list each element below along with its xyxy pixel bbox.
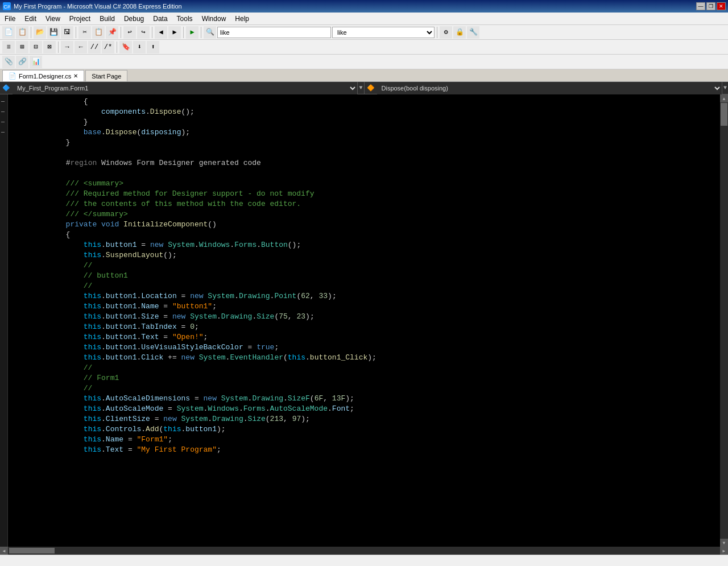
toolbar-separator3 [121, 27, 121, 38]
search-input[interactable] [217, 27, 331, 38]
menu-data[interactable]: Data [148, 13, 172, 24]
collapse-mark[interactable]: — [1, 127, 6, 138]
find-button[interactable]: 🔍 [204, 26, 216, 39]
collapse-mark: — [1, 97, 6, 107]
format-btn2[interactable]: ⊞ [16, 41, 28, 53]
tab-icon: 📄 [9, 72, 16, 80]
toolbar2-sep1 [58, 42, 59, 53]
hscroll-left-button[interactable]: ◀ [0, 547, 8, 555]
extra-btn1[interactable]: 📎 [2, 56, 15, 68]
scroll-thumb[interactable] [721, 103, 727, 126]
format-btn1[interactable]: ≡ [2, 41, 15, 53]
toolbar-separator7 [437, 27, 437, 38]
toolbar-btn-extra2[interactable]: 🔒 [453, 26, 466, 39]
tab-label: Form1.Designer.cs [19, 73, 71, 80]
copy-button[interactable]: 📋 [92, 26, 105, 39]
code-editor[interactable]: { components.Dispose(); } base.Dispose(d… [8, 94, 720, 547]
format-btn4[interactable]: ⊠ [43, 41, 56, 53]
navigate-fwd-button[interactable]: ▶ [168, 26, 181, 39]
toolbar-separator6 [201, 27, 201, 38]
toolbar-btn-extra3[interactable]: 🔧 [467, 26, 479, 39]
svg-text:C#: C# [3, 4, 10, 10]
tab-label-start: Start Page [92, 73, 121, 80]
menu-build[interactable]: Build [95, 13, 119, 24]
toolbar-separator4 [152, 27, 152, 38]
title-bar: C# My First Program - Microsoft Visual C… [0, 0, 728, 13]
scroll-down-button[interactable]: ▼ [720, 539, 728, 547]
undo-button[interactable]: ↩ [123, 26, 136, 39]
nav-left-arrow[interactable]: ▼ [358, 85, 363, 91]
bookmark-next-btn[interactable]: ⬇ [133, 41, 146, 53]
format-toolbar: ≡ ⊞ ⊟ ⊠ → ← // /* 🔖 ⬇ ⬆ [0, 40, 728, 55]
toolbar-separator [31, 27, 31, 38]
toolbar-separator2 [76, 27, 76, 38]
cut-button[interactable]: ✂ [78, 26, 91, 39]
extra-btn3[interactable]: 📊 [30, 56, 42, 68]
app-icon: C# [2, 2, 11, 11]
editor-main: — — — — { components.Dispose(); } base.D… [0, 94, 728, 547]
window-title: My First Program - Microsoft Visual C# 2… [14, 3, 696, 10]
new-button[interactable]: 📄 [2, 26, 15, 39]
add-item-button[interactable]: 📋 [16, 26, 28, 39]
vertical-scrollbar[interactable]: ▲ ▼ [720, 94, 728, 547]
horizontal-scrollbar[interactable]: ◀ ▶ [0, 547, 728, 555]
bookmark-btn[interactable]: 🔖 [119, 41, 132, 53]
window-controls: — ❒ ✕ [696, 2, 726, 10]
toolbar2-sep2 [117, 42, 117, 53]
menu-window[interactable]: Window [197, 13, 231, 24]
main-toolbar: 📄 📋 📂 💾 🖫 ✂ 📋 📌 ↩ ↪ ◀ ▶ ▶ 🔍 like ⚙ 🔒 🔧 [0, 25, 728, 40]
tab-bar: 📄 Form1.Designer.cs ✕ Start Page [0, 69, 728, 82]
menu-bar: File Edit View Project Build Debug Data … [0, 13, 728, 25]
collapse-mark[interactable]: — [1, 107, 6, 117]
hscroll-right-button[interactable]: ▶ [720, 547, 728, 555]
hscroll-track[interactable] [8, 547, 720, 555]
restore-button[interactable]: ❒ [706, 2, 715, 10]
menu-edit[interactable]: Edit [20, 13, 41, 24]
tab-close-btn[interactable]: ✕ [73, 73, 78, 79]
hscroll-thumb[interactable] [9, 548, 55, 553]
nav-right-arrow[interactable]: ▼ [722, 85, 728, 91]
comment-btn[interactable]: // [88, 41, 101, 53]
start-debug-button[interactable]: ▶ [186, 26, 198, 39]
collapse-mark[interactable]: — [1, 117, 6, 127]
format-btn3[interactable]: ⊟ [30, 41, 42, 53]
menu-tools[interactable]: Tools [172, 13, 197, 24]
extra-btn2[interactable]: 🔗 [16, 56, 28, 68]
toolbar-btn-extra1[interactable]: ⚙ [440, 26, 452, 39]
minimize-button[interactable]: — [696, 2, 705, 10]
uncomment-btn[interactable]: /* [102, 41, 114, 53]
editor-nav: 🔷 My_First_Program.Form1 ▼ 🔶 Dispose(boo… [0, 82, 728, 94]
save-all-button[interactable]: 🖫 [61, 26, 73, 39]
navigate-back-button[interactable]: ◀ [155, 26, 167, 39]
save-button[interactable]: 💾 [47, 26, 60, 39]
unindent-btn[interactable]: ← [75, 41, 87, 53]
scroll-up-button[interactable]: ▲ [720, 94, 728, 102]
menu-debug[interactable]: Debug [119, 13, 148, 24]
nav-right-icon: 🔶 [365, 84, 377, 92]
tab-start-page[interactable]: Start Page [85, 70, 127, 81]
menu-help[interactable]: Help [230, 13, 254, 24]
redo-button[interactable]: ↪ [137, 26, 150, 39]
indent-btn[interactable]: → [61, 41, 73, 53]
method-dropdown[interactable]: Dispose(bool disposing) [377, 82, 722, 94]
search-scope-dropdown[interactable]: like [332, 27, 435, 38]
nav-left-icon: 🔷 [0, 84, 13, 92]
tab-form1-designer[interactable]: 📄 Form1.Designer.cs ✕ [2, 70, 84, 81]
menu-project[interactable]: Project [65, 13, 95, 24]
collapse-marks: — — — — [0, 94, 8, 547]
open-button[interactable]: 📂 [34, 26, 46, 39]
bookmark-prev-btn[interactable]: ⬆ [147, 41, 159, 53]
paste-button[interactable]: 📌 [106, 26, 118, 39]
scroll-track[interactable] [720, 102, 728, 539]
class-dropdown[interactable]: My_First_Program.Form1 [13, 82, 358, 94]
close-button[interactable]: ✕ [717, 2, 726, 10]
menu-file[interactable]: File [0, 13, 20, 24]
toolbar-separator5 [183, 27, 184, 38]
bottom-panel [0, 555, 728, 566]
extra-toolbar: 📎 🔗 📊 [0, 55, 728, 69]
menu-view[interactable]: View [41, 13, 65, 24]
